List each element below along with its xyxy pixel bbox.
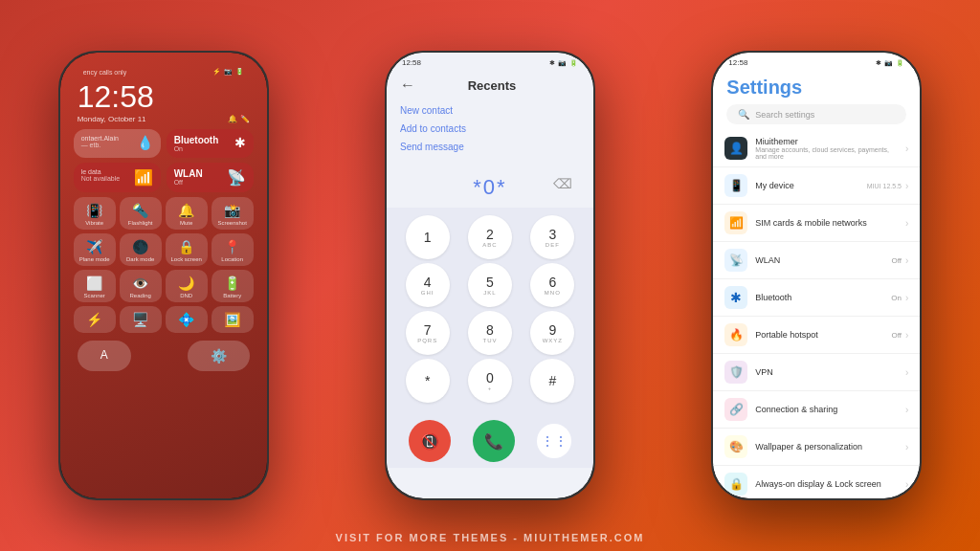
p3-bt-icon: ✱ (876, 59, 881, 67)
p1-battery-btn[interactable]: 🔋 Battery (212, 270, 254, 302)
p2-call-button[interactable]: 📞 (473, 420, 515, 462)
p2-delete-icon[interactable]: ⌫ (553, 176, 574, 191)
p1-bluetooth-sub: On (174, 145, 219, 152)
p2-header: ← Recents (387, 69, 593, 98)
p2-key-9-num: 9 (548, 322, 556, 338)
p3-item-sim[interactable]: 📶 SIM cards & mobile networks › (713, 205, 920, 242)
call-icon: 📞 (484, 432, 503, 451)
p2-key-0[interactable]: 0 + (468, 359, 512, 403)
p1-darkmode-btn[interactable]: 🌑 Dark mode (120, 233, 162, 266)
p1-extra4-btn[interactable]: 🖼️ (212, 306, 254, 333)
p2-new-contact-link[interactable]: New contact (400, 101, 580, 120)
p1-tile-wlan[interactable]: WLAN Off 📡 (167, 163, 254, 192)
bluetooth-icon: ⚡ (212, 68, 221, 76)
p3-item-hotspot[interactable]: 🔥 Portable hotspot Off › (713, 317, 920, 354)
p1-tile-bluetooth[interactable]: Bluetooth On ✱ (167, 129, 254, 158)
darkmode-label: Dark mode (126, 256, 154, 262)
p2-bt-icon: ✱ (549, 59, 555, 67)
p1-tile-mobile[interactable]: le data Not available 📶 (74, 163, 161, 192)
p1-dnd-btn[interactable]: 🌙 DND (166, 270, 208, 302)
p1-mute-btn[interactable]: 🔔 Mute (166, 197, 208, 230)
flashlight-icon: 🔦 (132, 203, 148, 218)
p2-key-1[interactable]: 1 (406, 215, 450, 259)
p3-item-vpn[interactable]: 🛡️ VPN › (713, 354, 920, 391)
p2-key-5-num: 5 (486, 275, 494, 290)
p1-location-btn[interactable]: 📍 Location (212, 233, 254, 266)
p3-wlan-icon: 📡 (724, 249, 747, 272)
p2-key-8[interactable]: 8 TUV (468, 311, 512, 355)
end-call-icon: 📵 (420, 432, 439, 451)
p2-key-star[interactable]: * (406, 359, 450, 403)
dnd-icon: 🌙 (178, 276, 194, 291)
p2-key-hash[interactable]: # (530, 359, 574, 403)
p1-tile-data-header: ontaert.Alain (81, 135, 119, 142)
p3-item-mydevice[interactable]: 📱 My device MIUI 12.5.5 › (713, 167, 920, 205)
p3-hotspot-name: Portable hotspot (755, 330, 883, 340)
p1-extra2-btn[interactable]: 🖥️ (120, 306, 162, 333)
p2-key-7[interactable]: 7 PQRS (406, 311, 450, 355)
p2-add-contacts-link[interactable]: Add to contacts (400, 120, 580, 138)
p2-key-4[interactable]: 4 GHI (406, 263, 450, 307)
p3-search-placeholder: Search settings (755, 110, 814, 120)
p2-key-hash-num: # (548, 373, 556, 388)
p2-key-9[interactable]: 9 WXYZ (530, 311, 574, 355)
p3-title: Settings (726, 77, 906, 99)
p2-key-0-num: 0 (486, 370, 494, 386)
phone2: 12:58 ✱ 📷 🔋 ← Recents New contact Add to… (385, 51, 595, 500)
p2-key-4-num: 4 (424, 275, 432, 290)
p3-item-bluetooth[interactable]: ✱ Bluetooth On › (713, 279, 920, 317)
p3-aod-icon: 🔒 (724, 473, 747, 496)
p3-item-miuithemer[interactable]: 👤 Miuithemer Manage accounts, cloud serv… (713, 130, 920, 167)
drop-icon: 💧 (137, 135, 153, 150)
p1-second-tiles: le data Not available 📶 WLAN Off 📡 (68, 163, 259, 197)
p2-time: 12:58 (402, 58, 421, 67)
p1-reading-btn[interactable]: 👁️ Reading (120, 270, 162, 302)
p3-chevron-7: › (905, 405, 908, 415)
p1-icon-grid: 📳 Vibrate 🔦 Flashlight 🔔 Mute 📸 Screensh… (68, 197, 259, 337)
p3-chevron-5: › (905, 330, 908, 341)
p2-status-bar: 12:58 ✱ 📷 🔋 (387, 53, 593, 69)
p2-key-3[interactable]: 3 DEF (530, 215, 574, 259)
p2-key-7-num: 7 (424, 322, 432, 338)
p2-title: Recents (423, 78, 561, 93)
p2-send-message-link[interactable]: Send message (400, 138, 580, 156)
p1-text-btn[interactable]: A (78, 341, 131, 371)
p1-wlan-title: WLAN (174, 168, 203, 179)
p2-grid-button[interactable]: ⋮⋮ (537, 424, 571, 458)
p3-item-wlan[interactable]: 📡 WLAN Off › (713, 242, 920, 279)
p3-bluetooth-icon: ✱ (724, 286, 747, 309)
p1-tile-data[interactable]: ontaert.Alain — etb. 💧 (74, 129, 161, 158)
p2-status-icons: ✱ 📷 🔋 (549, 59, 578, 67)
p3-cam-icon: 📷 (884, 59, 893, 67)
p2-key-6[interactable]: 6 MNO (530, 263, 574, 307)
p2-key-2[interactable]: 2 ABC (468, 215, 512, 259)
p1-screenshot-btn[interactable]: 📸 Screenshot (212, 197, 254, 230)
p3-bat-icon: 🔋 (896, 59, 904, 67)
p3-chevron-6: › (905, 367, 908, 378)
p1-extra1-btn[interactable]: ⚡ (74, 306, 116, 333)
p2-actions: New contact Add to contacts Send message (387, 98, 593, 160)
p2-end-call-button[interactable]: 📵 (409, 420, 451, 462)
lockscreen-label: Lock screen (170, 256, 201, 262)
watermark: VISIT FOR MORE THEMES - MIUITHEMER.COM (336, 532, 645, 543)
phone1: ency calls only ⚡ 📷 🔋 12:58 Monday, Octo… (58, 51, 269, 500)
p1-lockscreen-btn[interactable]: 🔒 Lock screen (166, 233, 208, 266)
p1-scanner-btn[interactable]: ⬜ Scanner (74, 270, 116, 302)
p1-top-tiles: ontaert.Alain — etb. 💧 Bluetooth On ✱ (68, 129, 259, 163)
p2-key-5[interactable]: 5 JKL (468, 263, 512, 307)
p3-bluetooth-name: Bluetooth (755, 293, 883, 302)
p1-settings-btn[interactable]: ⚙️ (188, 341, 250, 371)
p3-item-connection[interactable]: 🔗 Connection & sharing › (713, 391, 920, 429)
p1-bluetooth-title: Bluetooth (174, 135, 219, 145)
scanner-label: Scanner (83, 293, 104, 298)
vibrate-icon: 📳 (86, 203, 102, 218)
p3-search-bar[interactable]: 🔍 Search settings (726, 104, 906, 124)
p1-extra3-btn[interactable]: 💠 (166, 306, 208, 333)
p1-flashlight-btn[interactable]: 🔦 Flashlight (120, 197, 162, 230)
p1-airplane-btn[interactable]: ✈️ Plane mode (74, 233, 116, 266)
p1-vibrate-btn[interactable]: 📳 Vibrate (74, 197, 116, 230)
p1-date: Monday, October 11 🔔 ✏️ (68, 115, 259, 129)
p3-item-wallpaper[interactable]: 🎨 Wallpaper & personalization › (713, 429, 920, 466)
p2-back-button[interactable]: ← (400, 77, 415, 94)
p3-item-aod[interactable]: 🔒 Always-on display & Lock screen › (713, 466, 920, 498)
